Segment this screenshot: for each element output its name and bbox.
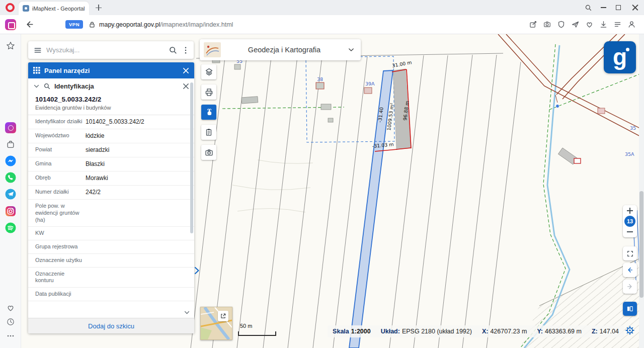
- zoom-out-button[interactable]: [625, 228, 635, 235]
- minimize-icon: [601, 7, 606, 8]
- window-close-button[interactable]: [626, 0, 644, 15]
- tools-panel: Panel narzędzi Identyfikacja 101402_5.00…: [28, 62, 194, 333]
- geoportal-logo[interactable]: g: [604, 41, 636, 73]
- scale-label: Skala: [333, 328, 349, 335]
- reports-button[interactable]: [201, 125, 216, 140]
- kebab-menu-icon[interactable]: [182, 46, 190, 55]
- opera-logo-icon[interactable]: [6, 3, 15, 12]
- compare-maps-button[interactable]: [623, 302, 637, 316]
- page-scrollbar[interactable]: [639, 34, 644, 348]
- sidebar-more-icon[interactable]: [5, 330, 16, 341]
- heart-icon[interactable]: [585, 20, 594, 29]
- panel-title: Panel narzędzi: [44, 67, 179, 74]
- window-minimize-button[interactable]: [596, 0, 611, 15]
- status-scale: Skala1:2000: [333, 328, 371, 335]
- object-source: Ewidencja gruntów i budynków: [28, 103, 194, 115]
- settings-gear-button[interactable]: [624, 325, 635, 336]
- share-edit-icon[interactable]: [529, 20, 537, 29]
- instagram-icon[interactable]: [5, 206, 16, 217]
- panel-scrollbar[interactable]: [190, 82, 193, 233]
- back-icon[interactable]: [25, 20, 34, 29]
- new-tab-button[interactable]: [93, 2, 104, 13]
- maximize-icon: [616, 5, 621, 10]
- collapse-chevron-icon[interactable]: [33, 83, 40, 90]
- download-icon[interactable]: [599, 20, 608, 29]
- attribute-value: [84, 291, 86, 298]
- url-domain: mapy.geoportal.gov.pl: [99, 21, 160, 28]
- profile-icon[interactable]: [627, 20, 636, 29]
- bookmarks-star-icon[interactable]: [5, 40, 16, 51]
- attribute-row: GminaBłaszki: [28, 157, 194, 171]
- theme-selector[interactable]: Geodezja i Kartografia: [200, 39, 361, 60]
- attribute-value: [84, 203, 86, 223]
- attribute-row: Pole pow. w ewidencji gruntów (ha): [28, 200, 194, 227]
- scroll-more-chevron-icon[interactable]: [184, 309, 190, 316]
- whatsapp-icon[interactable]: [5, 172, 16, 183]
- theme-thumbnail: [204, 42, 221, 57]
- tab-search-button[interactable]: [581, 0, 596, 15]
- identify-tool-button[interactable]: [201, 105, 216, 120]
- shield-icon[interactable]: [557, 20, 566, 29]
- fullscreen-button[interactable]: [623, 246, 637, 260]
- identify-hand-icon: [204, 108, 214, 117]
- attribute-row: ObrębMorawki: [28, 171, 194, 186]
- zoom-in-button[interactable]: [625, 207, 635, 214]
- menu-hamburger-icon[interactable]: [33, 46, 42, 55]
- lock-icon[interactable]: [88, 21, 96, 29]
- overview-minimap[interactable]: [200, 307, 232, 340]
- fullscreen-icon: [626, 250, 634, 257]
- sidebar-heart-icon[interactable]: [5, 302, 16, 313]
- add-to-sketch-button[interactable]: Dodaj do szkicu: [28, 318, 194, 333]
- panel-expand-chevron[interactable]: [194, 266, 201, 275]
- parcel-label: 38: [317, 76, 323, 82]
- history-clock-icon[interactable]: [5, 316, 16, 327]
- app-shortcut-icon[interactable]: [5, 122, 16, 133]
- attribute-value: sieradzki: [84, 146, 109, 154]
- chevron-down-icon: [348, 46, 355, 53]
- x-value: 426707.23 m: [490, 328, 527, 335]
- print-button[interactable]: [201, 84, 216, 100]
- attribute-label: Pole pow. w ewidencji gruntów (ha): [35, 203, 84, 223]
- screenshot-button[interactable]: [201, 145, 216, 160]
- layers-button[interactable]: [201, 64, 216, 79]
- panels-list-icon[interactable]: [613, 20, 622, 29]
- parcel-label: 39A: [365, 81, 375, 86]
- search-input[interactable]: [46, 46, 165, 54]
- panel-close-icon[interactable]: [183, 67, 189, 74]
- crs-label: Układ:: [381, 328, 400, 335]
- browser-tab[interactable]: iMapNext - Geoportal: [19, 2, 89, 15]
- attribute-label: Gmina: [35, 160, 84, 168]
- vpn-badge[interactable]: VPN: [65, 20, 83, 29]
- start-page-icon[interactable]: [5, 19, 16, 30]
- attribute-row: Identyfikator działki101402_5.0033.242/2: [28, 115, 194, 129]
- attribute-row: Grupa rejestrowa: [28, 240, 194, 254]
- flow-send-icon[interactable]: [571, 20, 580, 29]
- search-icon[interactable]: [169, 46, 178, 55]
- z-value: 147.04: [600, 328, 619, 335]
- spotify-icon[interactable]: [5, 222, 16, 233]
- tab-strip: iMapNext - Geoportal: [0, 0, 644, 15]
- attribute-value: 242/2: [84, 189, 101, 196]
- attribute-label: KW: [35, 230, 84, 237]
- x-label: X:: [482, 328, 489, 335]
- snapshot-camera-icon[interactable]: [543, 20, 551, 29]
- history-back-button[interactable]: [623, 263, 637, 277]
- history-forward-button[interactable]: [623, 280, 637, 294]
- chevron-right-icon: [194, 267, 200, 275]
- status-crs: Układ:EPSG 2180 (układ 1992): [381, 328, 472, 335]
- messenger-icon[interactable]: [5, 155, 16, 166]
- url-field[interactable]: mapy.geoportal.gov.pl/imapnext/imap/inde…: [99, 21, 233, 28]
- scrollbar-thumb[interactable]: [639, 191, 643, 298]
- geoportal-logo-dot: [626, 48, 629, 51]
- window-maximize-button[interactable]: [611, 0, 626, 15]
- shopping-bag-icon[interactable]: [5, 139, 16, 150]
- tool-close-icon[interactable]: [183, 83, 189, 90]
- attribute-value: [84, 257, 86, 264]
- attribute-value: [84, 271, 86, 285]
- status-x: X:426707.23 m: [482, 328, 527, 335]
- parcel-label: 35A: [625, 151, 634, 157]
- tool-name: Identyfikacja: [54, 82, 179, 90]
- minimap-expand-button[interactable]: [218, 311, 228, 321]
- compare-maps-icon: [626, 305, 634, 313]
- telegram-icon[interactable]: [5, 189, 16, 200]
